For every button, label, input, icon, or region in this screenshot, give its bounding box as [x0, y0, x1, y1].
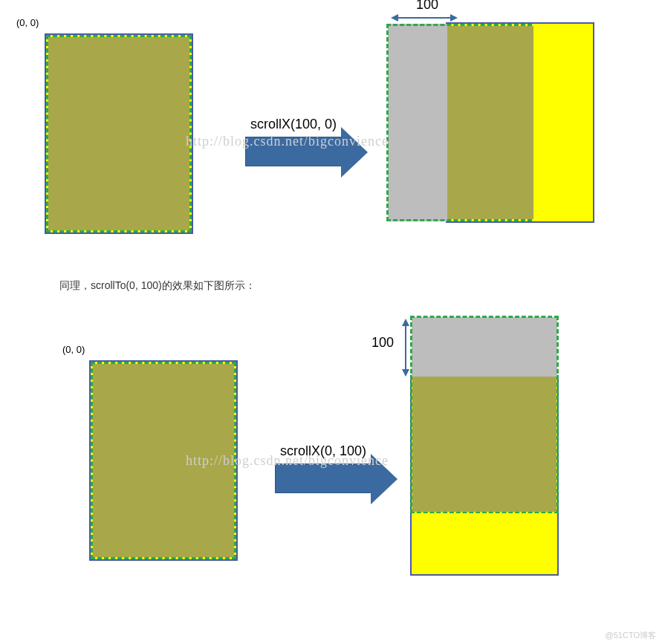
- left-box-2: (0, 0): [89, 360, 245, 576]
- footer-watermark: @51CTO博客: [606, 630, 656, 641]
- content-overlap-1: [447, 26, 533, 219]
- content-overlap-2: [412, 377, 556, 512]
- offset-label-1: 100: [416, 0, 438, 12]
- arrow-caption-1: scrollX(100, 0): [250, 117, 337, 132]
- arrow-head-icon: [341, 127, 368, 178]
- arrow-shape-1: [245, 137, 342, 166]
- svg-marker-1: [391, 14, 398, 22]
- left-box-1: (0, 0): [45, 33, 201, 249]
- caption-between: 同理，scrollTo(0, 100)的效果如下图所示：: [59, 279, 632, 293]
- right-box-1: 100: [386, 22, 609, 260]
- diagram-row-2: (0, 0) scrollX(0, 100) 100 http://blog.c…: [45, 312, 632, 587]
- dim-group-1: 100: [416, 0, 438, 13]
- arrow-caption-2: scrollX(0, 100): [280, 443, 366, 459]
- svg-marker-2: [450, 14, 458, 22]
- arrow-shape-2: [275, 464, 371, 493]
- right-box-2: 100: [409, 316, 587, 583]
- content-fill-1: [48, 37, 189, 230]
- diagram-row-1: (0, 0) scrollX(100, 0) 100 http://blog.c…: [45, 22, 632, 260]
- origin-label-1: (0, 0): [16, 17, 39, 28]
- svg-marker-4: [402, 319, 409, 326]
- arrow-1: scrollX(100, 0): [245, 117, 342, 166]
- origin-label-2: (0, 0): [62, 344, 85, 355]
- content-fill-2: [93, 364, 234, 557]
- arrow-head-icon: [371, 454, 397, 504]
- offset-label-2: 100: [371, 335, 394, 351]
- arrow-2: scrollX(0, 100): [275, 443, 371, 493]
- svg-marker-5: [402, 369, 409, 377]
